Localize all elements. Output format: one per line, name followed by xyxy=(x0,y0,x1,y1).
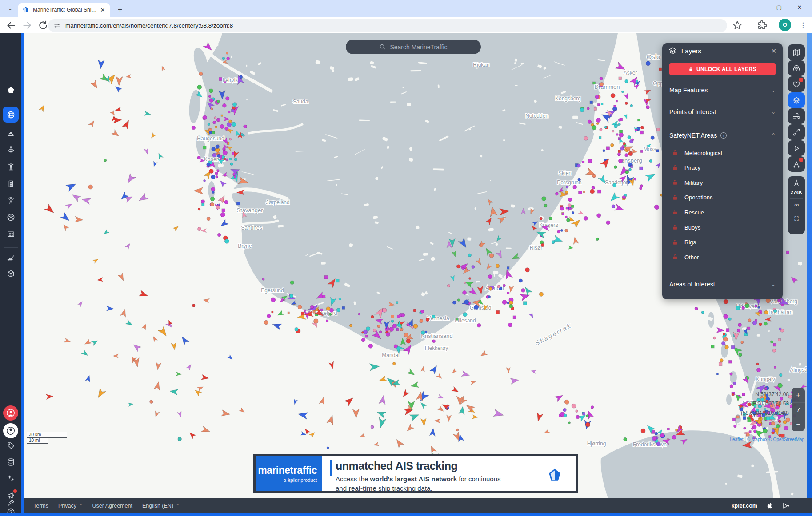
ship-marker[interactable] xyxy=(763,429,768,433)
account-avatar-button[interactable] xyxy=(3,405,18,421)
ship-marker[interactable] xyxy=(507,267,509,270)
ship-marker[interactable] xyxy=(496,264,499,268)
ship-marker[interactable] xyxy=(377,417,386,429)
ship-marker[interactable] xyxy=(656,128,660,131)
ship-marker[interactable] xyxy=(314,319,318,323)
ship-marker[interactable] xyxy=(225,127,228,131)
ship-marker[interactable] xyxy=(114,84,122,93)
ship-marker[interactable] xyxy=(590,189,595,194)
ship-marker[interactable] xyxy=(652,430,655,433)
window-minimize-button[interactable]: — xyxy=(749,0,769,15)
ship-marker[interactable] xyxy=(310,305,314,309)
ship-marker[interactable] xyxy=(229,120,232,123)
ship-marker[interactable] xyxy=(747,327,750,330)
ship-marker[interactable] xyxy=(541,243,544,247)
ship-marker[interactable] xyxy=(116,76,123,86)
ship-marker[interactable] xyxy=(758,306,760,308)
ship-marker[interactable] xyxy=(733,382,736,384)
vessel-count-box[interactable]: 274K ∞ ⛶ xyxy=(788,176,805,234)
ship-marker[interactable] xyxy=(85,374,92,382)
ship-marker[interactable] xyxy=(242,134,244,136)
ship-marker[interactable] xyxy=(156,152,163,159)
ship-marker[interactable] xyxy=(373,329,376,332)
ship-marker[interactable] xyxy=(226,97,229,100)
ship-marker[interactable] xyxy=(773,343,776,346)
ship-marker[interactable] xyxy=(753,430,756,433)
ship-marker[interactable] xyxy=(772,349,776,352)
ship-marker[interactable] xyxy=(78,300,84,307)
ship-marker[interactable] xyxy=(158,326,169,338)
ship-marker[interactable] xyxy=(452,386,460,394)
ship-marker[interactable] xyxy=(614,166,617,169)
ship-marker[interactable] xyxy=(597,214,601,218)
ship-marker[interactable] xyxy=(564,414,567,417)
ship-marker[interactable] xyxy=(619,133,623,137)
ship-marker[interactable] xyxy=(84,339,92,346)
ship-marker[interactable] xyxy=(509,304,513,308)
leaflet-link[interactable]: Leaflet xyxy=(730,437,744,442)
ship-marker[interactable] xyxy=(555,393,564,402)
ship-marker[interactable] xyxy=(228,111,230,113)
window-close-button[interactable]: ✕ xyxy=(790,0,809,15)
ship-marker[interactable] xyxy=(219,77,222,80)
ship-marker[interactable] xyxy=(150,132,156,139)
ship-marker[interactable] xyxy=(641,429,645,433)
ship-marker[interactable] xyxy=(209,131,212,134)
ship-marker[interactable] xyxy=(234,175,236,178)
ship-marker[interactable] xyxy=(544,429,550,435)
ship-marker[interactable] xyxy=(436,373,444,380)
ship-marker[interactable] xyxy=(426,318,429,322)
ship-marker[interactable] xyxy=(784,426,788,430)
ship-marker[interactable] xyxy=(744,427,746,429)
ship-marker[interactable] xyxy=(413,324,418,329)
ship-marker[interactable] xyxy=(594,107,596,110)
ship-marker[interactable] xyxy=(496,310,500,314)
ship-marker[interactable] xyxy=(614,124,617,128)
ship-marker[interactable] xyxy=(771,421,775,425)
ship-marker[interactable] xyxy=(695,307,698,310)
sidebar-item-news-icon[interactable] xyxy=(6,230,16,239)
ship-marker[interactable] xyxy=(618,150,621,153)
ship-marker[interactable] xyxy=(568,198,572,202)
ship-marker[interactable] xyxy=(197,385,204,391)
ship-marker[interactable] xyxy=(701,311,704,314)
ship-marker[interactable] xyxy=(208,123,210,126)
ship-marker[interactable] xyxy=(406,339,411,343)
ship-marker[interactable] xyxy=(229,138,232,140)
ship-marker[interactable] xyxy=(412,326,414,328)
ship-marker[interactable] xyxy=(208,95,211,98)
kpler-link[interactable]: kpler.com xyxy=(732,503,757,509)
ship-marker[interactable] xyxy=(539,292,543,296)
ship-marker[interactable] xyxy=(218,179,226,187)
ship-marker[interactable] xyxy=(207,163,210,166)
ship-marker[interactable] xyxy=(290,281,294,284)
extensions-puzzle-icon[interactable] xyxy=(756,20,768,31)
ship-marker[interactable] xyxy=(566,186,568,188)
ship-marker[interactable] xyxy=(369,363,380,371)
ship-marker[interactable] xyxy=(110,110,116,117)
ship-marker[interactable] xyxy=(216,118,220,122)
ship-marker[interactable] xyxy=(555,192,558,195)
ship-marker[interactable] xyxy=(262,278,264,280)
ship-marker[interactable] xyxy=(749,431,751,433)
ship-marker[interactable] xyxy=(617,153,620,156)
ship-marker[interactable] xyxy=(772,429,775,432)
ship-marker[interactable] xyxy=(464,282,466,284)
ship-marker[interactable] xyxy=(764,322,767,325)
ship-marker[interactable] xyxy=(232,103,236,107)
ship-marker[interactable] xyxy=(776,424,780,428)
sidebar-item-companies-building-icon[interactable] xyxy=(6,179,16,188)
ship-marker[interactable] xyxy=(583,191,585,193)
ship-marker[interactable] xyxy=(489,254,494,258)
ship-marker[interactable] xyxy=(210,202,214,206)
ship-marker[interactable] xyxy=(239,408,246,414)
ship-marker[interactable] xyxy=(730,373,733,376)
ship-marker[interactable] xyxy=(584,216,588,220)
ship-marker[interactable] xyxy=(637,119,640,121)
ship-marker[interactable] xyxy=(210,197,215,201)
ship-marker[interactable] xyxy=(288,312,289,314)
ship-marker[interactable] xyxy=(97,60,104,69)
ship-marker[interactable] xyxy=(640,184,643,187)
ship-marker[interactable] xyxy=(577,164,581,167)
ship-marker[interactable] xyxy=(751,427,753,429)
